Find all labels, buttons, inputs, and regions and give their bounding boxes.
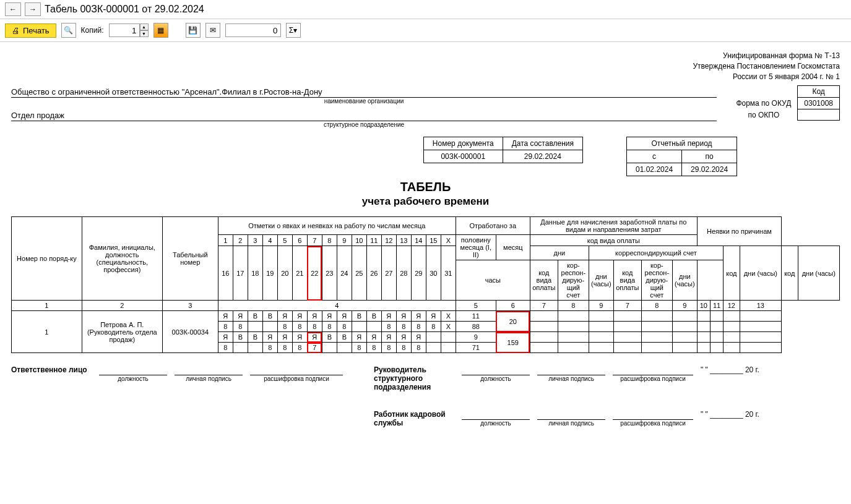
copies-input[interactable] <box>109 23 140 37</box>
day-header: 15 <box>426 235 441 246</box>
col-paycode-h: код вида оплаты <box>613 260 641 301</box>
mail-button[interactable]: ✉ <box>205 23 220 38</box>
save-button[interactable]: 💾 <box>186 23 201 38</box>
month-hours: 159 <box>496 332 530 353</box>
day-header: 30 <box>426 246 441 301</box>
sign-caption: личная подпись <box>537 375 605 382</box>
half-days: 11 <box>456 311 496 322</box>
preview-button[interactable]: 🔍 <box>61 23 76 38</box>
toolbar: 🖨 Печать 🔍 Копий: ▲ ▼ ▦ 💾 ✉ Σ▾ <box>0 19 851 42</box>
colnum: 8 <box>641 301 672 311</box>
sign-caption: расшифровка подписи <box>250 375 343 382</box>
day-header: 11 <box>366 235 381 246</box>
day-header: 20 <box>277 246 292 301</box>
mark-cell: Я <box>322 311 337 322</box>
hour-cell <box>248 343 262 353</box>
day-header: 17 <box>233 246 248 301</box>
mark-cell: В <box>248 332 262 343</box>
sum-button[interactable]: Σ▾ <box>286 23 301 38</box>
back-button[interactable]: ← <box>5 2 21 16</box>
codes-table: Код Форма по ОКУД0301008 по ОКПО <box>730 85 840 121</box>
hour-cell <box>233 343 248 353</box>
code-header: Код <box>798 86 840 98</box>
colnum: 6 <box>496 301 530 311</box>
forward-button[interactable]: → <box>25 2 41 16</box>
col-paycode: код вида оплаты <box>530 235 697 246</box>
day-header: 23 <box>322 246 337 301</box>
hour-cell: 8 <box>277 322 292 332</box>
day-header: 5 <box>277 235 292 246</box>
day-header: 9 <box>337 235 352 246</box>
hour-cell: X <box>441 322 456 332</box>
hour-cell <box>366 322 381 332</box>
hour-cell: 8 <box>396 322 411 332</box>
hour-cell: 8 <box>381 343 396 353</box>
mark-cell: Я <box>337 311 352 322</box>
sign-hr: Работник кадровой службы должность лична… <box>374 410 759 427</box>
col-hours: часы <box>456 260 530 301</box>
day-header: 1 <box>218 235 233 246</box>
colnum: 7 <box>530 301 558 311</box>
table-row: 1 Петрова А. П. (Руководитель отдела про… <box>12 311 840 322</box>
col-name: Фамилия, инициалы, должность (специально… <box>82 217 162 301</box>
mark-cell <box>441 332 456 343</box>
col-abs-code: код <box>782 246 798 301</box>
hour-cell: 8 <box>322 322 337 332</box>
colnum: 13 <box>740 301 781 311</box>
colnum: 4 <box>218 301 456 311</box>
col-dh-h: дни (часы) <box>672 260 697 301</box>
print-icon: 🖨 <box>12 26 20 35</box>
hour-cell: 8 <box>292 343 307 353</box>
hour-cell <box>426 343 441 353</box>
mark-cell: Я <box>396 311 411 322</box>
day-header: 14 <box>411 235 426 246</box>
col-abs-code: код <box>724 246 740 301</box>
mark-cell: В <box>337 332 352 343</box>
mark-cell: Я <box>277 311 292 322</box>
grid-button[interactable]: ▦ <box>153 23 168 38</box>
col-absence: Неявки по причинам <box>697 217 781 246</box>
hour-cell: 8 <box>411 343 426 353</box>
docdate-value: 29.02.2024 <box>503 150 582 163</box>
hour-cell: 8 <box>337 322 352 332</box>
print-button[interactable]: 🖨 Печать <box>5 23 56 38</box>
copies-down[interactable]: ▼ <box>140 30 149 37</box>
sign-label: Работник кадровой службы <box>374 410 454 427</box>
day-header: 16 <box>218 246 233 301</box>
hour-cell: 8 <box>292 322 307 332</box>
hour-cell: 8 <box>366 343 381 353</box>
hour-cell: 8 <box>381 322 396 332</box>
number-input[interactable] <box>225 23 281 37</box>
day-header: 10 <box>352 235 366 246</box>
hour-cell: 8 <box>307 322 322 332</box>
mark-cell: В <box>322 332 337 343</box>
copies-up[interactable]: ▲ <box>140 23 149 30</box>
org-unit: Отдел продаж <box>11 111 717 121</box>
period-table: Отчетный период спо 01.02.202429.02.2024 <box>626 137 737 176</box>
col-paycode-h: код вида оплаты <box>530 260 558 301</box>
day-header: 18 <box>248 246 262 301</box>
sign-responsible: Ответственное лицо должность личная подп… <box>11 365 343 427</box>
period-from: 01.02.2024 <box>627 163 682 176</box>
period-title: Отчетный период <box>627 137 737 150</box>
mark-cell: Я <box>411 311 426 322</box>
day-header: 29 <box>411 246 426 301</box>
mark-cell: В <box>352 311 366 322</box>
colnum: 2 <box>82 301 162 311</box>
doc-subtitle: учета рабочего времени <box>11 195 840 208</box>
colnum: 1 <box>12 301 82 311</box>
hour-cell: 8 <box>233 322 248 332</box>
okud-value: 0301008 <box>798 98 840 109</box>
okpo-value <box>798 109 840 121</box>
day-header: 28 <box>396 246 411 301</box>
sign-caption: должность <box>462 375 530 382</box>
mark-cell: Я <box>292 332 307 343</box>
org-unit-caption: структурное подразделение <box>11 121 717 128</box>
colnum: 7 <box>613 301 641 311</box>
sign-label: Ответственное лицо <box>11 365 92 374</box>
mark-cell: Я <box>411 332 426 343</box>
col-days: дни <box>530 246 589 260</box>
sign-date: " " ________ 20 г. <box>701 410 759 419</box>
day-header: 2 <box>233 235 248 246</box>
day-header: 8 <box>322 235 337 246</box>
